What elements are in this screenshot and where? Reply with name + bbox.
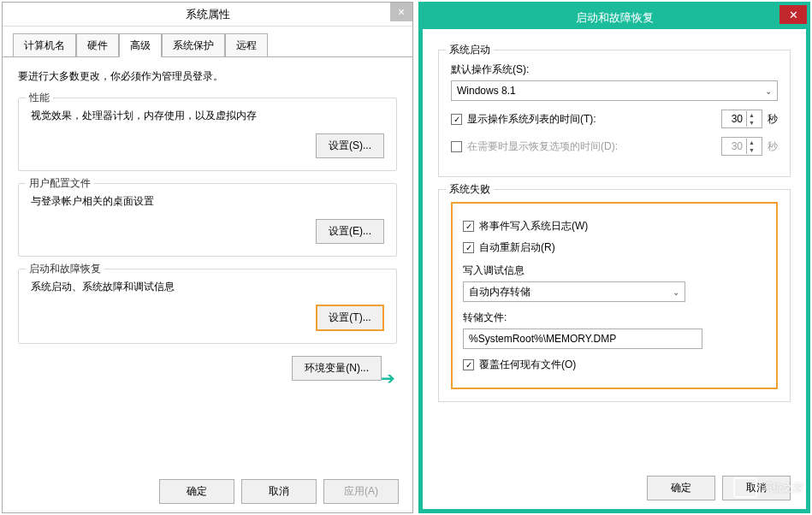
performance-settings-button[interactable]: 设置(S)... — [316, 133, 384, 158]
group-legend: 系统失败 — [446, 182, 494, 197]
spinner-down-icon: ▼ — [747, 146, 756, 154]
checkbox-icon: ✓ — [463, 221, 474, 232]
group-legend: 启动和故障恢复 — [26, 262, 104, 276]
checkbox-label: 将事件写入系统日志(W) — [479, 219, 588, 234]
tab-content: 要进行大多数更改，你必须作为管理员登录。 性能 视觉效果，处理器计划，内存使用，… — [3, 57, 412, 393]
group-legend: 用户配置文件 — [26, 176, 94, 191]
tab-remote[interactable]: 远程 — [225, 33, 268, 56]
system-startup-group: 系统启动 默认操作系统(S): Windows 8.1 ⌄ ✓ 显示操作系统列表… — [438, 50, 791, 177]
unit-label: 秒 — [768, 112, 778, 127]
checkbox-label: 自动重新启动(R) — [479, 240, 555, 255]
profile-settings-button[interactable]: 设置(E)... — [316, 219, 384, 244]
highlighted-settings: ✓ 将事件写入系统日志(W) ✓ 自动重新启动(R) 写入调试信息 自动内存转储… — [451, 202, 778, 389]
dump-file-input[interactable] — [463, 329, 702, 349]
group-legend: 系统启动 — [446, 43, 494, 57]
default-os-dropdown[interactable]: Windows 8.1 ⌄ — [451, 80, 778, 101]
arrow-icon: ➔ — [381, 368, 395, 388]
system-properties-dialog: 系统属性 × 计算机名 硬件 高级 系统保护 远程 要进行大多数更改，你必须作为… — [2, 2, 413, 513]
spinner-down-icon[interactable]: ▼ — [747, 119, 756, 127]
env-variables-button[interactable]: 环境变量(N)... — [292, 356, 382, 381]
dropdown-value: 自动内存转储 — [469, 285, 530, 299]
checkbox-label: 在需要时显示恢复选项的时间(D): — [467, 139, 618, 154]
group-desc: 与登录帐户相关的桌面设置 — [31, 194, 384, 209]
user-profile-group: 用户配置文件 与登录帐户相关的桌面设置 设置(E)... — [18, 183, 397, 257]
admin-notice: 要进行大多数更改，你必须作为管理员登录。 — [18, 69, 397, 84]
debug-info-label: 写入调试信息 — [463, 263, 766, 278]
show-recovery-checkbox[interactable]: 在需要时显示恢复选项的时间(D): — [451, 139, 618, 154]
checkbox-label: 覆盖任何现有文件(O) — [479, 358, 576, 372]
dialog-title: 启动和故障恢复 — [576, 10, 654, 26]
dialog-content: 系统启动 默认操作系统(S): Windows 8.1 ⌄ ✓ 显示操作系统列表… — [423, 29, 806, 411]
default-os-label: 默认操作系统(S): — [451, 62, 778, 77]
spinner-up-icon[interactable]: ▲ — [747, 111, 756, 119]
chevron-down-icon: ⌄ — [673, 287, 679, 297]
show-os-list-row: ✓ 显示操作系统列表的时间(T): ▲▼ 秒 — [451, 110, 778, 128]
checkbox-label: 显示操作系统列表的时间(T): — [467, 112, 596, 127]
startup-settings-button[interactable]: 设置(T)... — [316, 305, 384, 331]
auto-restart-checkbox[interactable]: ✓ 自动重新启动(R) — [463, 240, 555, 255]
startup-recovery-dialog: 启动和故障恢复 ✕ 系统启动 默认操作系统(S): Windows 8.1 ⌄ … — [418, 2, 810, 513]
write-event-checkbox[interactable]: ✓ 将事件写入系统日志(W) — [463, 219, 588, 234]
ok-button[interactable]: 确定 — [159, 479, 234, 504]
group-desc: 视觉效果，处理器计划，内存使用，以及虚拟内存 — [31, 109, 384, 123]
spinner-up-icon: ▲ — [747, 139, 756, 146]
dialog-title: 系统属性 — [186, 7, 230, 22]
show-recovery-row: 在需要时显示恢复选项的时间(D): ▲▼ 秒 — [451, 137, 778, 156]
tab-system-protection[interactable]: 系统保护 — [162, 33, 225, 56]
close-button[interactable]: × — [390, 3, 412, 21]
apply-button[interactable]: 应用(A) — [323, 479, 399, 504]
close-button[interactable]: ✕ — [779, 5, 807, 24]
titlebar: 启动和故障恢复 ✕ — [423, 6, 806, 29]
dialog-footer: 确定 取消 应用(A) — [16, 479, 399, 504]
checkbox-icon: ✓ — [463, 242, 474, 253]
dropdown-value: Windows 8.1 — [457, 85, 516, 97]
recovery-time-spinner: ▲▼ — [721, 137, 762, 156]
debug-info-dropdown[interactable]: 自动内存转储 ⌄ — [463, 281, 685, 302]
titlebar: 系统属性 × — [3, 3, 412, 27]
performance-group: 性能 视觉效果，处理器计划，内存使用，以及虚拟内存 设置(S)... — [18, 98, 397, 171]
tab-hardware[interactable]: 硬件 — [76, 33, 119, 56]
group-desc: 系统启动、系统故障和调试信息 — [31, 280, 384, 294]
unit-label: 秒 — [768, 139, 778, 154]
checkbox-icon: ✓ — [451, 114, 462, 125]
dialog-footer: 确定 取消 — [647, 476, 791, 500]
tab-strip: 计算机名 硬件 高级 系统保护 远程 — [3, 27, 412, 57]
startup-recovery-group: 启动和故障恢复 系统启动、系统故障和调试信息 设置(T)... — [18, 269, 397, 344]
cancel-button[interactable]: 取消 — [722, 476, 791, 500]
overwrite-checkbox[interactable]: ✓ 覆盖任何现有文件(O) — [463, 358, 576, 372]
system-failure-group: 系统失败 ✓ 将事件写入系统日志(W) ✓ 自动重新启动(R) 写入调试信息 — [438, 189, 791, 402]
spinner-input — [722, 140, 746, 152]
dump-file-label: 转储文件: — [463, 311, 766, 325]
os-list-time-spinner[interactable]: ▲▼ — [721, 110, 762, 128]
cancel-button[interactable]: 取消 — [241, 479, 317, 504]
chevron-down-icon: ⌄ — [765, 86, 772, 96]
tab-computer-name[interactable]: 计算机名 — [13, 33, 76, 56]
tab-advanced[interactable]: 高级 — [119, 33, 162, 57]
show-os-list-checkbox[interactable]: ✓ 显示操作系统列表的时间(T): — [451, 112, 596, 127]
checkbox-icon — [451, 141, 462, 152]
group-legend: 性能 — [26, 91, 53, 105]
spinner-input[interactable] — [722, 113, 746, 125]
checkbox-icon: ✓ — [463, 359, 474, 370]
ok-button[interactable]: 确定 — [647, 476, 715, 500]
